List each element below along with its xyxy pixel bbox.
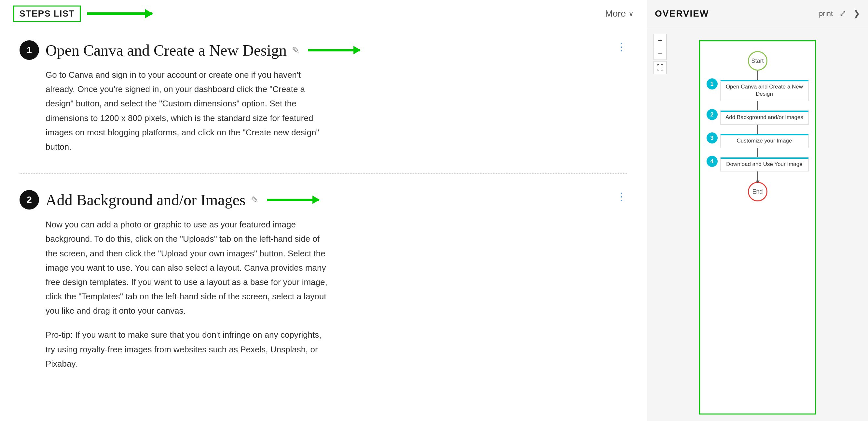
zoom-out-button[interactable]: − bbox=[653, 47, 666, 60]
fc-step-4-row: 4 Download and Use Your Image bbox=[707, 157, 809, 171]
fc-arrow-1 bbox=[757, 101, 758, 110]
fc-step-3-card: Customize your Image bbox=[720, 134, 809, 148]
flowchart-start: Start bbox=[748, 51, 768, 71]
fc-step-2-num: 2 bbox=[707, 109, 718, 120]
fc-step-4: 4 Download and Use Your Image bbox=[707, 157, 809, 171]
step-1-header: 1 Open Canva and Create a New Design ✎ ⋮ bbox=[20, 40, 627, 60]
more-button[interactable]: More ∨ bbox=[605, 8, 634, 19]
expand-icon[interactable]: ⤢ bbox=[839, 8, 846, 19]
step-2-number: 2 bbox=[20, 190, 39, 209]
content-area: 1 Open Canva and Create a New Design ✎ ⋮… bbox=[0, 27, 647, 421]
nav-right-icon[interactable]: ❯ bbox=[853, 8, 860, 19]
top-bar: STEPS LIST More ∨ bbox=[0, 0, 647, 27]
fc-step-2: 2 Add Background and/or Images bbox=[707, 110, 809, 125]
right-panel: OVERVIEW print ⤢ ❯ + − ⛶ Flowchart of th… bbox=[647, 0, 868, 421]
flowchart-end: End bbox=[748, 182, 768, 201]
fc-arrow-4 bbox=[757, 171, 758, 181]
fc-step-3: 3 Customize your Image bbox=[707, 134, 809, 148]
step-2-header: 2 Add Background and/or Images ✎ ⋮ bbox=[20, 190, 627, 209]
step-1-block: 1 Open Canva and Create a New Design ✎ ⋮… bbox=[20, 40, 627, 154]
step-1-title: Open Canva and Create a New Design ✎ bbox=[45, 41, 360, 59]
header-left: STEPS LIST bbox=[13, 5, 152, 22]
step-1-more-icon[interactable]: ⋮ bbox=[616, 42, 627, 52]
step-2-title-arrow bbox=[267, 199, 319, 201]
main-panel: STEPS LIST More ∨ 1 Open Canva and Creat… bbox=[0, 0, 647, 421]
step-1-body: Go to Canva and sign in to your account … bbox=[45, 68, 332, 154]
fc-step-1-num: 1 bbox=[707, 78, 718, 90]
print-button[interactable]: print bbox=[819, 9, 833, 18]
step-2-more-icon[interactable]: ⋮ bbox=[616, 191, 627, 202]
step-1-title-arrow bbox=[308, 49, 360, 52]
overview-title: OVERVIEW bbox=[655, 8, 709, 19]
step-2-block: 2 Add Background and/or Images ✎ ⋮ Now y… bbox=[20, 190, 627, 371]
step-1-number: 1 bbox=[20, 40, 39, 60]
fc-step-3-row: 3 Customize your Image bbox=[707, 134, 809, 148]
fc-step-1-row: 1 Open Canva and Create a New Design bbox=[707, 80, 809, 101]
step-1-title-group: 1 Open Canva and Create a New Design ✎ bbox=[20, 40, 360, 60]
fc-step-2-card: Add Background and/or Images bbox=[720, 110, 809, 125]
step-2-title-group: 2 Add Background and/or Images ✎ bbox=[20, 190, 319, 209]
fc-step-4-num: 4 bbox=[707, 156, 718, 167]
fc-step-1: 1 Open Canva and Create a New Design bbox=[707, 80, 809, 101]
fc-step-1-card: Open Canva and Create a New Design bbox=[720, 80, 809, 101]
step-2-body: Now you can add a photo or graphic to us… bbox=[45, 217, 332, 371]
header-arrow-right bbox=[87, 12, 152, 15]
zoom-fit-button[interactable]: ⛶ bbox=[653, 61, 666, 74]
fc-arrow-3 bbox=[757, 148, 758, 157]
fc-step-3-num: 3 bbox=[707, 132, 718, 143]
overview-content: + − ⛶ Flowchart of the steps in the proc… bbox=[647, 27, 868, 421]
step-2-title: Add Background and/or Images ✎ bbox=[45, 191, 319, 209]
step-2-edit-icon[interactable]: ✎ bbox=[251, 195, 258, 205]
zoom-in-button[interactable]: + bbox=[653, 34, 666, 47]
fc-step-2-row: 2 Add Background and/or Images bbox=[707, 110, 809, 125]
zoom-panel: + − ⛶ bbox=[653, 34, 666, 74]
overview-header: OVERVIEW print ⤢ ❯ bbox=[647, 0, 868, 27]
step-divider-1 bbox=[20, 173, 627, 174]
step-1-edit-icon[interactable]: ✎ bbox=[292, 45, 300, 56]
chevron-down-icon: ∨ bbox=[628, 9, 634, 18]
more-label: More bbox=[605, 8, 626, 19]
fc-arrow-2 bbox=[757, 125, 758, 134]
flowchart: Start 1 Open Canva and Create a New Desi… bbox=[699, 40, 816, 415]
flowchart-container: Start 1 Open Canva and Create a New Desi… bbox=[647, 27, 868, 421]
fc-step-4-card: Download and Use Your Image bbox=[720, 157, 809, 171]
steps-list-badge: STEPS LIST bbox=[13, 5, 81, 22]
fc-arrow-0 bbox=[757, 71, 758, 80]
overview-actions: print ⤢ ❯ bbox=[819, 8, 860, 19]
pro-tip: Pro-tip: If you want to make sure that y… bbox=[45, 328, 332, 371]
